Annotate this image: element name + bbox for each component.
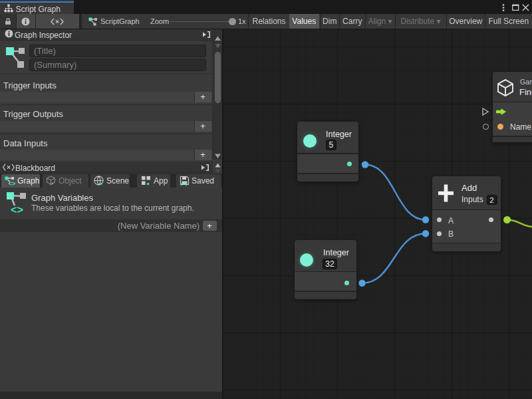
svg-text:<>: <> — [11, 205, 23, 215]
svg-text:<>: <> — [9, 181, 16, 186]
